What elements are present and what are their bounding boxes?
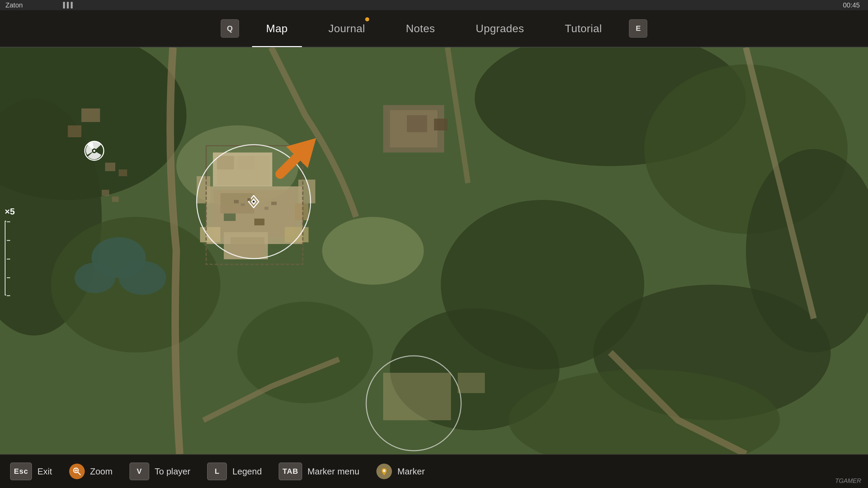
map-container[interactable]: ×5 bbox=[0, 47, 868, 454]
label-exit: Exit bbox=[37, 466, 52, 477]
svg-point-67 bbox=[383, 469, 386, 472]
zoom-icon bbox=[69, 464, 85, 479]
label-marker-menu: Marker menu bbox=[308, 466, 359, 477]
svg-rect-37 bbox=[231, 237, 264, 258]
tab-journal[interactable]: Journal bbox=[308, 10, 385, 47]
svg-rect-57 bbox=[264, 207, 269, 210]
svg-rect-40 bbox=[295, 203, 309, 220]
svg-rect-62 bbox=[458, 373, 485, 393]
marker-icon bbox=[376, 464, 392, 479]
svg-rect-17 bbox=[81, 108, 100, 122]
svg-point-52 bbox=[93, 150, 95, 152]
label-legend: Legend bbox=[232, 466, 262, 477]
svg-line-64 bbox=[78, 472, 80, 475]
topbar-time: 00:45 bbox=[843, 1, 860, 9]
tab-map[interactable]: Map bbox=[246, 10, 308, 47]
topbar-title: Zaton bbox=[5, 1, 23, 9]
tab-upgrades[interactable]: Upgrades bbox=[455, 10, 545, 47]
svg-rect-38 bbox=[197, 176, 210, 203]
map-background: ×5 bbox=[0, 47, 868, 454]
svg-rect-26 bbox=[434, 119, 448, 130]
label-zoom: Zoom bbox=[90, 466, 113, 477]
zoom-scale: ×5 bbox=[5, 206, 15, 296]
svg-rect-61 bbox=[383, 373, 451, 420]
svg-point-13 bbox=[322, 217, 424, 285]
journal-dot-indicator bbox=[365, 17, 369, 21]
key-esc: Esc bbox=[10, 463, 32, 480]
svg-rect-39 bbox=[298, 180, 315, 203]
label-marker: Marker bbox=[397, 466, 425, 477]
label-to-player: To player bbox=[155, 466, 191, 477]
action-legend[interactable]: L Legend bbox=[207, 463, 262, 480]
key-v: V bbox=[130, 463, 149, 480]
action-to-player[interactable]: V To player bbox=[130, 463, 191, 480]
svg-rect-53 bbox=[234, 200, 239, 203]
action-exit[interactable]: Esc Exit bbox=[10, 463, 52, 480]
topbar: Zaton ▐▐▐ 00:45 bbox=[0, 0, 868, 10]
svg-rect-56 bbox=[271, 202, 277, 205]
nav-key-q[interactable]: Q bbox=[221, 19, 239, 38]
svg-rect-31 bbox=[237, 156, 254, 169]
action-marker-menu[interactable]: TAB Marker menu bbox=[279, 463, 359, 480]
svg-point-16 bbox=[75, 263, 115, 293]
svg-point-8 bbox=[237, 302, 373, 403]
svg-rect-54 bbox=[241, 203, 245, 206]
action-marker[interactable]: Marker bbox=[376, 464, 425, 479]
scale-bar bbox=[5, 221, 6, 296]
svg-point-46 bbox=[253, 201, 255, 203]
svg-rect-19 bbox=[105, 163, 115, 171]
svg-rect-58 bbox=[224, 214, 236, 221]
svg-point-15 bbox=[119, 261, 166, 295]
svg-rect-25 bbox=[407, 115, 427, 132]
nav-key-e[interactable]: E bbox=[629, 19, 647, 38]
topbar-signal: ▐▐▐ bbox=[61, 2, 73, 8]
bottombar: Esc Exit Zoom V To player L Legend TAB M… bbox=[0, 454, 868, 488]
svg-rect-42 bbox=[285, 227, 309, 242]
action-zoom[interactable]: Zoom bbox=[69, 464, 113, 479]
svg-rect-21 bbox=[102, 190, 109, 196]
svg-rect-22 bbox=[112, 197, 119, 202]
navbar: Q Map Journal Notes Upgrades Tutorial E bbox=[0, 10, 868, 47]
svg-rect-59 bbox=[254, 219, 264, 225]
svg-rect-55 bbox=[248, 198, 251, 201]
watermark: TGAMER bbox=[835, 477, 861, 485]
key-tab: TAB bbox=[279, 463, 302, 480]
svg-rect-41 bbox=[200, 227, 220, 242]
tab-tutorial[interactable]: Tutorial bbox=[545, 10, 623, 47]
svg-rect-20 bbox=[119, 169, 127, 176]
key-l: L bbox=[207, 463, 227, 480]
tab-notes[interactable]: Notes bbox=[386, 10, 455, 47]
zoom-label: ×5 bbox=[5, 206, 15, 217]
svg-rect-30 bbox=[217, 156, 234, 169]
svg-rect-18 bbox=[68, 125, 81, 137]
map-svg bbox=[0, 47, 868, 454]
